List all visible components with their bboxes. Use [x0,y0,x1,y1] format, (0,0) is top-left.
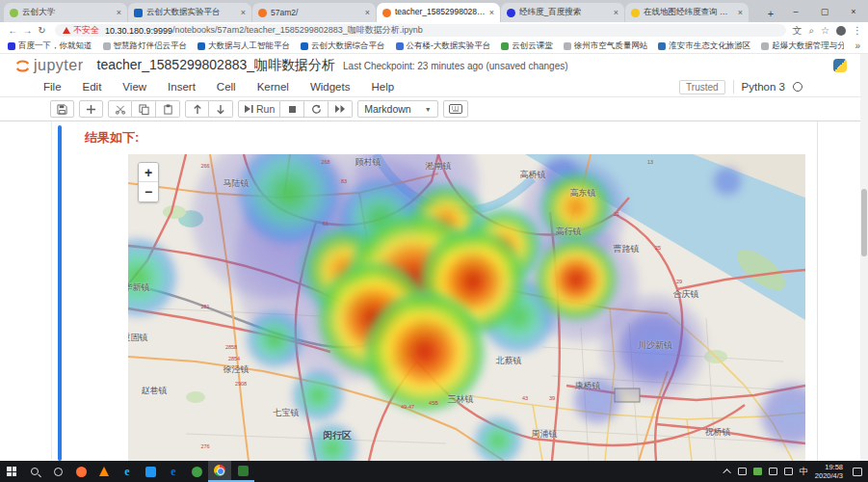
tab-close-icon[interactable]: × [365,8,370,17]
tray-expand-icon[interactable] [723,469,730,476]
cut-cell-button[interactable] [108,100,132,118]
paste-cell-button[interactable] [156,100,180,118]
restart-kernel-button[interactable] [304,100,329,118]
address-bar[interactable]: 不安全 10.30.180.9:9999 /notebooks/57am2/te… [55,24,786,37]
bookmark-item[interactable]: 公有楼-大数据实验平台 [396,40,491,52]
tab-close-icon[interactable]: × [117,8,121,17]
taskbar-firefox[interactable] [69,461,92,482]
tab-close-icon[interactable]: × [614,8,618,17]
copy-cell-button[interactable] [132,100,156,118]
jupyter-logo[interactable]: jupyter [13,57,84,75]
maximize-button[interactable]: ▢ [810,0,839,22]
translate-icon[interactable]: 文 [792,24,802,38]
taskbar-chrome[interactable] [208,461,231,482]
browser-tab[interactable]: 57am2/× [252,3,376,22]
python-logo-icon [833,59,847,72]
interrupt-kernel-button[interactable] [280,100,304,118]
map-zoom-out-button[interactable]: − [139,182,158,201]
back-button[interactable]: ← [6,25,20,36]
map-town-label: 康桥镇 [575,380,601,392]
paste-icon [163,104,173,115]
taskbar-cortana[interactable] [46,461,69,482]
minimize-button[interactable]: – [781,0,810,22]
bookmark-item[interactable]: 云创大数据综合平台 [301,40,385,52]
close-button[interactable]: × [839,0,868,22]
taskbar-vlc[interactable] [92,461,116,482]
move-cell-up-button[interactable] [185,100,209,118]
taskbar-edge[interactable]: e [162,461,185,482]
url-path: /notebooks/57am2/teacher_1585299802883_咖… [172,24,423,37]
map-road-number: 45B [429,400,438,406]
selected-cell-indicator[interactable] [58,125,62,461]
notebook-title[interactable]: teacher_1585299802883_咖啡数据分析 [97,57,336,74]
bookmark-label: 大数据与人工智能平台 [208,40,290,52]
app-tray-icon[interactable] [753,468,762,475]
browser-menu-icon[interactable]: ⋮ [853,25,862,36]
bookmarks-overflow-icon[interactable]: » [855,40,860,51]
menu-kernel[interactable]: Kernel [247,81,300,93]
tab-close-icon[interactable]: × [489,8,494,17]
bookmark-item[interactable]: 徐州市空气质量网站 [564,40,648,52]
save-button[interactable] [50,100,74,118]
menu-help[interactable]: Help [360,81,405,93]
restart-run-all-button[interactable] [329,100,353,118]
map-town-label: 闵行区 [323,429,352,442]
page-scrollbar[interactable] [860,54,868,461]
move-cell-down-button[interactable] [209,100,233,118]
taskbar-green-app[interactable] [185,461,208,482]
profile-avatar[interactable] [836,26,846,36]
network-icon[interactable] [784,468,793,475]
browser-tab[interactable]: 经纬度_百度搜索× [501,3,624,22]
scrollbar-thumb[interactable] [861,189,867,256]
bookmark-item[interactable]: 大数据与人工智能平台 [197,40,290,52]
taskbar-clock[interactable]: 19:58 2020/4/3 [815,463,843,481]
tab-close-icon[interactable]: × [241,8,246,17]
map-road-number: 39 [549,395,555,401]
bookmark-item[interactable]: 百度一下，你就知道 [8,40,92,52]
notebook-status-area: Trusted Python 3 [679,80,860,94]
menu-view[interactable]: View [112,81,157,93]
browser-tab[interactable]: 云创大数据实验平台× [128,3,251,22]
map-zoom-in-button[interactable]: + [139,163,158,182]
taskbar-green-tool[interactable] [231,461,254,482]
taskbar-search[interactable] [23,461,46,482]
taskbar-start[interactable] [0,461,23,482]
security-warning-label[interactable]: 不安全 [73,24,99,37]
new-tab-button[interactable]: + [760,5,781,22]
chevron-down-icon: ▼ [425,106,432,113]
browser-tab[interactable]: 在线地图经纬度查询 — 经纬...× [625,3,749,22]
taskbar-internet-explorer[interactable]: e [116,461,139,482]
heatmap-output[interactable]: 马陆镇顾村镇淞南镇高桥镇高东镇高行镇曹路镇合庆镇川沙新镇祝桥镇周浦镇康桥镇北蔡镇… [128,154,805,461]
bookmark-item[interactable]: 淮安市生态文化旅游区 [658,40,750,52]
notification-center-icon[interactable] [853,468,862,476]
taskbar-blue-app[interactable] [139,461,162,482]
run-cell-button[interactable]: Run [238,100,280,118]
bookmark-item[interactable]: 起爆大数据管理与分析 [761,40,844,52]
map-road-number: 25 [655,245,661,251]
browser-tab[interactable]: 云创大学× [4,3,127,22]
menu-insert[interactable]: Insert [157,81,206,93]
cell-type-select[interactable]: Markdown ▼ [357,100,437,118]
tab-title: 57am2/ [271,8,361,17]
folder-icon[interactable] [738,468,747,475]
menu-file[interactable]: File [33,81,72,93]
bookmark-favicon [501,42,509,50]
firefox-icon [76,467,87,477]
menu-widgets[interactable]: Widgets [300,81,361,93]
zoom-icon[interactable]: ⌕ [808,25,814,37]
bookmark-item[interactable]: 云创云课堂 [501,40,553,52]
bookmark-star-icon[interactable]: ☆ [821,25,829,36]
bookmark-favicon [658,42,666,50]
add-cell-button[interactable] [79,100,103,118]
ime-indicator[interactable]: 中 [800,466,808,478]
browser-tab[interactable]: teacher_1585299802883_咖啡...× [377,3,500,22]
map-road-number: 2908 [235,381,247,387]
volume-icon[interactable] [769,468,777,475]
reload-button[interactable]: ↻ [35,25,49,36]
tab-close-icon[interactable]: × [738,8,743,17]
menu-edit[interactable]: Edit [72,81,113,93]
bookmark-item[interactable]: 智慧路灯伴侣云平台 [103,40,188,52]
forward-button[interactable]: → [20,25,35,36]
command-palette-button[interactable] [443,100,468,118]
menu-cell[interactable]: Cell [206,81,247,93]
